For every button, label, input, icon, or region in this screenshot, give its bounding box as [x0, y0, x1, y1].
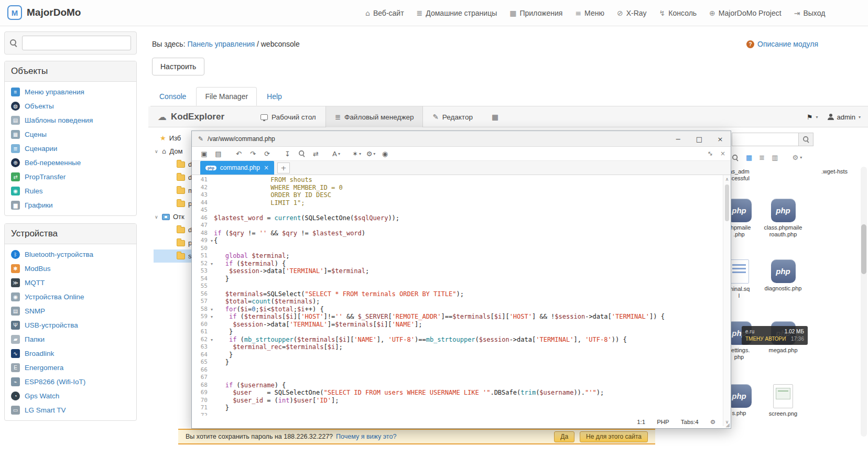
sidebar-item[interactable]: ▤SNMP [5, 304, 136, 318]
status-gear-icon[interactable]: ⚙ [710, 418, 715, 426]
grid-view-button[interactable]: ▦ [746, 154, 752, 161]
scrollbar-thumb[interactable] [725, 184, 729, 221]
code-editor[interactable]: 41 FROM shouts42 WHERE MEMBER_ID = 043 O… [192, 175, 723, 416]
undo-button[interactable]: ↶ [232, 150, 246, 158]
module-description-link[interactable]: ? Описание модуля [746, 40, 818, 48]
tab-close-icon[interactable]: × [264, 164, 269, 171]
kx-menu-desktop[interactable]: Рабочий стол [251, 106, 326, 127]
scrollbar-thumb[interactable] [861, 224, 866, 274]
tab-console[interactable]: Console [150, 87, 195, 106]
sidebar-item[interactable]: ⇄PropTransfer [5, 170, 136, 184]
find-button[interactable] [295, 150, 309, 157]
sidebar-item[interactable]: ▰Папки [5, 332, 136, 346]
code-line[interactable]: 47 [192, 222, 723, 230]
nav-item-pages[interactable]: ≣Домашние страницы [417, 9, 497, 17]
nav-item-exit[interactable]: ⇥Выход [794, 9, 826, 17]
code-line[interactable]: 55 [192, 283, 723, 290]
search-button[interactable] [799, 133, 813, 146]
dialog-titlebar[interactable]: ✎ /var/www/command.php − □ × [192, 131, 731, 147]
preview-button[interactable]: ◉ [378, 150, 392, 158]
nav-item-apps[interactable]: ▦Приложения [509, 9, 562, 17]
list-view-button[interactable]: ≣ [759, 154, 765, 161]
nav-item-home[interactable]: ⌂Веб-сайт [365, 9, 404, 17]
layout-grid-button[interactable]: ▦ [482, 106, 508, 127]
code-line[interactable]: 62▾ if (mb_strtoupper($terminals[$i]['NA… [192, 336, 723, 344]
code-line[interactable]: 43 ORDER BY ID DESC [192, 191, 723, 199]
tab-help[interactable]: Help [258, 87, 291, 106]
app-logo[interactable]: M MajorDoMo [7, 5, 81, 20]
code-line[interactable]: 41 FROM shouts [192, 176, 723, 184]
editor-scrollbar[interactable]: ∧ ∨ [723, 175, 731, 426]
sidebar-item[interactable]: ◍Объекты [5, 99, 136, 113]
file-item[interactable]: phpdiagnostic.php [761, 259, 805, 292]
sidebar-item[interactable]: ≡Меню управления [5, 85, 136, 99]
not-for-site-button[interactable]: Не для этого сайта [580, 431, 648, 442]
code-line[interactable]: 58▾ for($i=0;$i<$total;$i++) { [192, 306, 723, 313]
sidebar-item[interactable]: ᛒBluetooth-устройства [5, 247, 136, 262]
redo-button[interactable]: ↷ [246, 150, 260, 158]
scroll-up-icon[interactable]: ∧ [723, 177, 731, 182]
code-line[interactable]: 56 $terminals=SQLSelect("SELECT * FROM t… [192, 290, 723, 298]
nav-item-menu[interactable]: ≡Меню [575, 9, 604, 17]
file-item[interactable]: phpclass.phpmaileroauth.php [761, 199, 805, 238]
sidebar-item[interactable]: ◉Устройства Online [5, 290, 136, 304]
tab-size[interactable]: Tabs:4 [681, 419, 699, 425]
sidebar-item[interactable]: ⊕Веб-переменные [5, 156, 136, 170]
code-line[interactable]: 54 } [192, 275, 723, 283]
nav-item-globe[interactable]: ⊕MajorDoMo Project [709, 9, 782, 17]
resize-grip[interactable]: ◢ [725, 422, 730, 428]
why-link[interactable]: Почему я вижу это? [336, 433, 396, 440]
nav-item-xray[interactable]: ⊘X-Ray [617, 9, 647, 17]
sidebar-item[interactable]: ≣Сценарии [5, 142, 136, 156]
sidebar-item[interactable]: ▭LG Smart TV [5, 403, 136, 417]
sidebar-item[interactable]: ▆Графики [5, 198, 136, 212]
sidebar-search-input[interactable] [22, 36, 131, 50]
code-line[interactable]: 52▾ if ($terminal) { [192, 260, 723, 268]
code-line[interactable]: 69 $user = SQLSelectOne("SELECT ID FROM … [192, 389, 723, 397]
sidebar-item[interactable]: ◉Rules [5, 184, 136, 198]
file-item[interactable]: .wget-hsts [812, 168, 856, 175]
replace-button[interactable]: ⇄ [309, 150, 323, 158]
code-line[interactable]: 57 $total=count($terminals); [192, 298, 723, 306]
file-area-scrollbar[interactable] [861, 167, 867, 437]
tab-file-manager[interactable]: File Manager [196, 87, 257, 106]
editor-tab-active[interactable]: php command.php × [200, 161, 274, 175]
save-button[interactable]: ▣ [197, 150, 211, 158]
code-line[interactable]: 51 global $terminal; [192, 252, 723, 260]
sidebar-item[interactable]: ◔Gps Watch [5, 389, 136, 403]
code-line[interactable]: 66 [192, 366, 723, 374]
language-flag-button[interactable]: ⚑ ▾ [807, 113, 818, 121]
sidebar-item[interactable]: EEnergomera [5, 361, 136, 375]
view-settings-button[interactable]: ⚙ ▾ [793, 154, 802, 161]
sidebar-item[interactable]: ▤Шаблоны поведения [5, 113, 136, 127]
code-line[interactable]: 67 [192, 374, 723, 382]
columns-view-button[interactable]: ▥ [772, 154, 778, 161]
settings-menu-button[interactable]: ⚙ ▾ [364, 150, 378, 158]
pin-button[interactable]: ↧ [280, 150, 295, 158]
user-menu[interactable]: admin ▾ [828, 113, 861, 121]
yes-button[interactable]: Да [554, 431, 574, 442]
kx-menu-filelist[interactable]: ≣Файловый менеджер [326, 106, 424, 127]
copy-button[interactable]: ▤ [211, 150, 225, 158]
code-line[interactable]: 48if ($qry != '' && $qry != $lastest_wor… [192, 230, 723, 237]
font-menu-button[interactable]: A ▾ [329, 150, 343, 158]
kodexplorer-brand[interactable]: ☁ KodExplorer [158, 106, 224, 127]
tools-menu-button[interactable]: ✶ ▾ [350, 150, 364, 158]
code-line[interactable]: 64 } [192, 351, 723, 359]
code-line[interactable]: 61 } [192, 328, 723, 336]
code-line[interactable]: 45 [192, 207, 723, 214]
sidebar-item[interactable]: ∿Broadlink [5, 346, 136, 361]
search-icon[interactable] [732, 155, 739, 161]
sidebar-item[interactable]: ΨUSB-устройства [5, 318, 136, 332]
maximize-button[interactable]: □ [689, 131, 710, 147]
breadcrumb-link[interactable]: Панель управления [187, 40, 255, 48]
code-line[interactable]: 71 } [192, 404, 723, 412]
file-search-input[interactable] [732, 133, 799, 146]
sidebar-item[interactable]: ≫MQTT [5, 276, 136, 290]
close-button[interactable]: × [710, 131, 731, 147]
code-line[interactable]: 65 } [192, 359, 723, 366]
minimize-button[interactable]: − [668, 131, 689, 147]
kx-menu-edit[interactable]: ✎Редактор [423, 106, 482, 127]
code-line[interactable]: 68 if ($username) { [192, 382, 723, 389]
code-line[interactable]: 50 [192, 245, 723, 253]
